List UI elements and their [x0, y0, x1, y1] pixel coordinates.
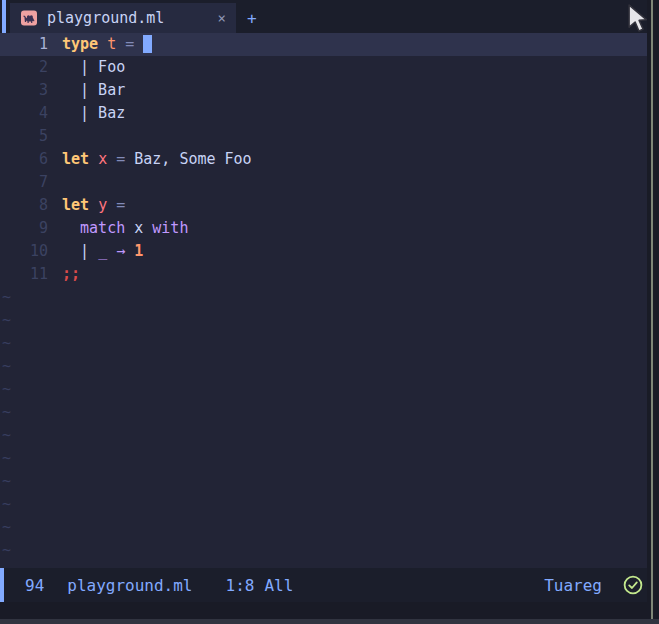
line-number: 7: [0, 171, 48, 194]
code-text: | _ → 1: [62, 240, 143, 263]
empty-line: ~: [0, 309, 647, 332]
tab-label: playground.ml: [47, 9, 164, 27]
tab-playground[interactable]: playground.ml ×: [10, 3, 236, 33]
left-accent-bar: [2, 0, 6, 33]
line-number: 1: [0, 33, 48, 56]
code-text: ;;: [62, 263, 80, 286]
status-bar: 94 playground.ml 1:8 All Tuareg: [0, 568, 647, 602]
code-token: [107, 150, 116, 168]
empty-line-tilde: ~: [0, 286, 11, 309]
empty-line: ~: [0, 447, 647, 470]
code-token: | Foo: [62, 58, 125, 76]
code-token: x: [125, 219, 152, 237]
code-token: [89, 196, 98, 214]
code-token: ;;: [62, 265, 80, 283]
empty-line: ~: [0, 286, 647, 309]
check-circle-icon: [622, 574, 644, 596]
buffer-number: 94: [25, 576, 44, 595]
empty-line-tilde: ~: [0, 470, 11, 493]
code-text: match x with: [62, 217, 188, 240]
window-right-gap: [647, 0, 659, 619]
empty-line: ~: [0, 332, 647, 355]
line-number: 11: [0, 263, 48, 286]
tab-close-icon[interactable]: ×: [218, 10, 226, 26]
code-line-4[interactable]: 4 | Baz: [0, 102, 647, 125]
empty-line: ~: [0, 539, 647, 562]
line-number: 2: [0, 56, 48, 79]
code-token: _: [98, 242, 107, 260]
code-token: [107, 196, 116, 214]
empty-line: ~: [0, 355, 647, 378]
window-right-border: [651, 0, 653, 619]
code-token: [62, 219, 80, 237]
code-token: [116, 35, 125, 53]
empty-line-tilde: ~: [0, 516, 11, 539]
line-number: 3: [0, 79, 48, 102]
code-token: [134, 35, 143, 53]
empty-line: ~: [0, 493, 647, 516]
line-number: 5: [0, 125, 48, 148]
code-token: |: [62, 242, 98, 260]
code-token: x: [98, 150, 107, 168]
empty-line-tilde: ~: [0, 309, 11, 332]
mouse-cursor: [627, 4, 649, 34]
line-number: 9: [0, 217, 48, 240]
code-token: type: [62, 35, 98, 53]
code-token: →: [116, 242, 125, 260]
empty-line-tilde: ~: [0, 539, 11, 562]
code-line-8[interactable]: 8let y =: [0, 194, 647, 217]
code-line-1[interactable]: 1type t =: [0, 33, 647, 56]
block-cursor: [143, 35, 152, 53]
empty-line-tilde: ~: [0, 424, 11, 447]
code-token: =: [125, 35, 134, 53]
statusbar-filename: playground.ml: [67, 576, 192, 595]
code-token: y: [98, 196, 107, 214]
command-line: [0, 602, 647, 619]
line-number: 10: [0, 240, 48, 263]
code-line-2[interactable]: 2 | Foo: [0, 56, 647, 79]
code-line-11[interactable]: 11;;: [0, 263, 647, 286]
terminal-window: playground.ml × + 1type t = 2 | Foo3 | B…: [0, 0, 659, 624]
code-token: with: [152, 219, 188, 237]
code-line-9[interactable]: 9 match x with: [0, 217, 647, 240]
empty-line-tilde: ~: [0, 493, 11, 516]
empty-line-tilde: ~: [0, 355, 11, 378]
empty-line-tilde: ~: [0, 332, 11, 355]
code-token: =: [116, 196, 125, 214]
empty-line-tilde: ~: [0, 447, 11, 470]
line-number: 6: [0, 148, 48, 171]
code-token: 1: [134, 242, 143, 260]
empty-line-tilde: ~: [0, 378, 11, 401]
tab-bar: playground.ml × +: [0, 0, 659, 33]
code-token: match: [80, 219, 125, 237]
code-text: | Baz: [62, 102, 125, 125]
scroll-indicator: All: [264, 576, 293, 595]
code-line-6[interactable]: 6let x = Baz, Some Foo: [0, 148, 647, 171]
code-token: let: [62, 150, 89, 168]
code-token: [89, 150, 98, 168]
empty-line: ~: [0, 378, 647, 401]
code-text: let y =: [62, 194, 125, 217]
window-bottom-border: [0, 619, 659, 624]
code-line-5[interactable]: 5: [0, 125, 647, 148]
new-tab-button[interactable]: +: [247, 3, 257, 33]
code-token: | Bar: [62, 81, 125, 99]
editor-area[interactable]: 1type t = 2 | Foo3 | Bar4 | Baz56let x =…: [0, 33, 647, 568]
empty-line-tilde: ~: [0, 401, 11, 424]
code-token: =: [116, 150, 125, 168]
empty-line: ~: [0, 470, 647, 493]
ocaml-camel-icon: [20, 10, 38, 26]
code-token: Baz, Some Foo: [125, 150, 251, 168]
code-line-7[interactable]: 7: [0, 171, 647, 194]
empty-line: ~: [0, 424, 647, 447]
code-line-3[interactable]: 3 | Bar: [0, 79, 647, 102]
code-token: | Baz: [62, 104, 125, 122]
line-number: 4: [0, 102, 48, 125]
code-token: t: [107, 35, 116, 53]
code-line-10[interactable]: 10 | _ → 1: [0, 240, 647, 263]
code-text: let x = Baz, Some Foo: [62, 148, 252, 171]
statusbar-accent-bar: [0, 568, 4, 602]
empty-line: ~: [0, 516, 647, 539]
code-token: [98, 35, 107, 53]
mode-indicator: Tuareg: [544, 576, 602, 595]
